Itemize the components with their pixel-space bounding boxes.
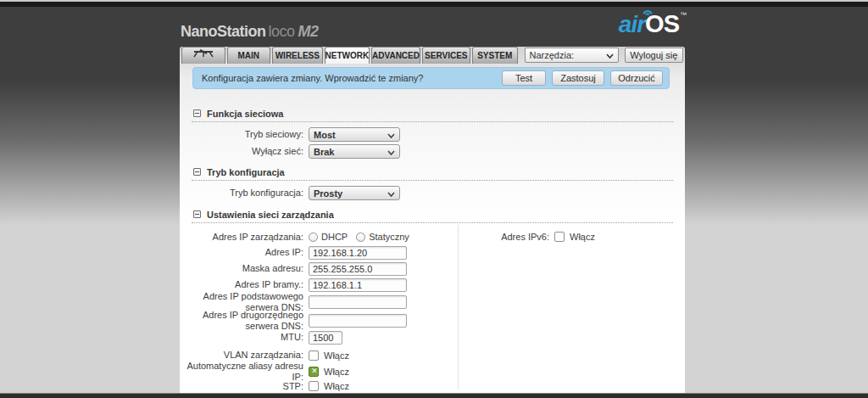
chevron-down-icon <box>387 130 395 140</box>
section-mgmt-header: Ustawienia sieci zarządzania <box>192 210 673 221</box>
ipv6-enable-label: Włącz <box>570 232 595 242</box>
dns2-input[interactable] <box>309 314 407 328</box>
ip-address-row: Adres IP: <box>180 244 407 261</box>
airos-logo: airOS™ <box>619 10 687 38</box>
network-mode-row: Tryb sieciowy: Most <box>180 127 400 142</box>
dns1-row: Adres IP podstawowego serwera DNS: <box>180 293 407 311</box>
network-disable-select[interactable]: Brak <box>309 144 400 159</box>
netmask-input[interactable] <box>309 262 407 276</box>
tab-wireless[interactable]: WIRELESS <box>272 47 322 64</box>
section-divider <box>192 222 673 223</box>
tab-advanced[interactable]: ADVANCED <box>371 47 420 64</box>
airos-page: NanoStationlocoM2 airOS™ <box>0 0 868 398</box>
config-mode-value: Prosty <box>314 188 387 199</box>
dns1-input[interactable] <box>309 295 407 309</box>
config-mode-select[interactable]: Prosty <box>309 186 400 200</box>
collapse-icon[interactable] <box>193 168 201 176</box>
vlan-checkbox[interactable] <box>309 350 319 361</box>
gateway-input[interactable] <box>309 278 407 292</box>
tools-dropdown-label: Narzędzia: <box>530 50 606 60</box>
tab-bar: MAIN WIRELESS NETWORK ADVANCED SERVICES … <box>181 47 683 64</box>
section-title: Tryb konfiguracja <box>207 167 285 177</box>
discard-button[interactable]: Odrzucić <box>610 70 663 86</box>
section-title: Funkcja sieciowa <box>207 109 283 119</box>
content-panel: MAIN WIRELESS NETWORK ADVANCED SERVICES … <box>180 47 685 393</box>
section-network-role-header: Funkcja sieciowa <box>192 109 673 120</box>
network-disable-label: Wyłącz sieć: <box>180 146 309 157</box>
netmask-row: Maska adresu: <box>180 261 407 277</box>
tab-system[interactable]: SYSTEM <box>472 47 518 64</box>
chevron-down-icon <box>606 50 614 60</box>
network-disable-row: Wyłącz sieć: Brak <box>180 144 400 159</box>
ubiquiti-antenna-icon <box>191 48 216 64</box>
ipv6-checkbox[interactable] <box>554 232 565 242</box>
stp-label: STP: <box>180 381 309 392</box>
network-disable-value: Brak <box>314 147 387 157</box>
netmask-label: Maska adresu: <box>180 263 309 274</box>
tools-dropdown[interactable]: Narzędzia: <box>525 48 619 63</box>
ipv6-row: Adres IPv6: Włącz <box>468 230 595 244</box>
chevron-down-icon <box>387 147 395 157</box>
mgmt-ip-mode-label: Adres IP zarządzania: <box>180 232 309 243</box>
vlan-label: VLAN zarządzania: <box>180 350 309 361</box>
wifi-signal-icon <box>641 4 654 20</box>
ip-alias-enable-label: Włącz <box>324 367 349 377</box>
stp-checkbox[interactable] <box>309 381 319 391</box>
ip-address-label: Adres IP: <box>180 247 309 258</box>
brand-trademark: ™ <box>680 11 687 19</box>
tab-services[interactable]: SERVICES <box>422 47 470 64</box>
mgmt-ip-mode-row: Adres IP zarządzania: DHCP Statyczny <box>180 230 418 244</box>
tab-network[interactable]: NETWORK <box>325 47 370 64</box>
device-logo: NanoStationlocoM2 <box>181 23 319 41</box>
logout-button[interactable]: Wyloguj się <box>625 48 683 63</box>
pending-changes-message: Konfiguracja zawiera zmiany. Wprowadzić … <box>193 73 502 83</box>
collapse-icon[interactable] <box>193 109 201 117</box>
vlan-enable-label: Włącz <box>324 350 349 361</box>
gateway-label: Adres IP bramy.: <box>180 279 309 290</box>
dhcp-radio-label: DHCP <box>321 232 348 242</box>
ip-alias-row: Automatyczne aliasy adresu IP: Włącz <box>180 363 349 379</box>
mtu-label: MTU: <box>180 332 309 343</box>
window-top-bar <box>0 2 868 7</box>
network-mode-select[interactable]: Most <box>309 127 400 142</box>
dns2-label: Adres IP drugorzędnego serwera DNS: <box>180 310 309 331</box>
static-radio-label: Statyczny <box>369 232 409 242</box>
config-mode-row: Tryb konfiguracja: Prosty <box>180 186 400 200</box>
ipv6-label: Adres IPv6: <box>468 232 554 243</box>
section-config-mode-header: Tryb konfiguracja <box>192 167 673 178</box>
mtu-input[interactable] <box>309 331 342 345</box>
dns2-row: Adres IP drugorzędnego serwera DNS: <box>180 311 407 329</box>
section-title: Ustawienia sieci zarządzania <box>207 210 334 220</box>
ip-address-input[interactable] <box>309 246 407 260</box>
network-mode-label: Tryb sieciowy: <box>180 129 309 140</box>
collapse-icon[interactable] <box>193 210 201 218</box>
device-sub-name: loco <box>269 23 295 40</box>
device-model: M2 <box>298 23 319 40</box>
config-mode-label: Tryb konfiguracja: <box>180 188 309 199</box>
dhcp-radio[interactable] <box>309 233 318 242</box>
column-divider <box>458 225 459 390</box>
tab-main[interactable]: MAIN <box>227 47 271 64</box>
mtu-row: MTU: <box>180 329 342 345</box>
window-bottom-bar <box>0 393 868 398</box>
network-mode-value: Most <box>314 130 387 140</box>
apply-button[interactable]: Zastosuj <box>552 70 604 86</box>
device-name: NanoStation <box>181 23 266 40</box>
section-divider <box>192 180 673 181</box>
test-button[interactable]: Test <box>502 70 546 86</box>
stp-row: STP: Włącz <box>180 379 349 393</box>
tab-home[interactable] <box>181 47 225 64</box>
pending-changes-banner: Konfiguracja zawiera zmiany. Wprowadzić … <box>192 67 670 89</box>
section-divider <box>192 121 673 122</box>
stp-enable-label: Włącz <box>324 381 349 391</box>
static-radio[interactable] <box>356 233 365 242</box>
ip-alias-checkbox[interactable] <box>309 367 319 377</box>
chevron-down-icon <box>387 188 395 199</box>
